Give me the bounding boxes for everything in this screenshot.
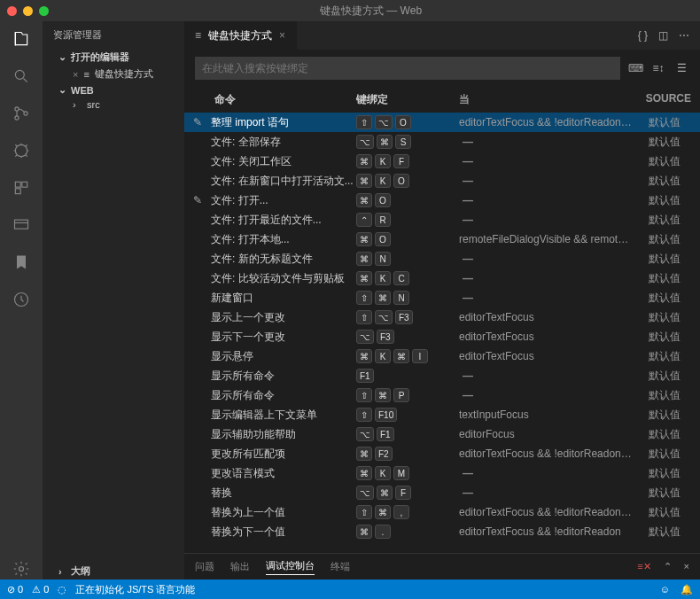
svg-point-10 xyxy=(19,567,24,572)
extensions-icon[interactable] xyxy=(11,177,32,198)
table-row[interactable]: 显示辅助功能帮助⌥F1editorFocus默认值 xyxy=(184,424,700,444)
split-icon[interactable]: ◫ xyxy=(658,29,668,42)
table-row[interactable]: 文件: 打开本地...⌘OremoteFileDialogVisible && … xyxy=(184,229,700,249)
table-row[interactable]: 文件: 比较活动文件与剪贴板⌘KC—默认值 xyxy=(184,268,700,288)
panel-terminal[interactable]: 终端 xyxy=(331,560,350,573)
table-row[interactable]: 文件: 全部保存⌥⌘S—默认值 xyxy=(184,132,700,152)
sort-icon[interactable]: ≡↕ xyxy=(650,62,666,74)
status-errors[interactable]: ⊘ 0 xyxy=(7,584,23,595)
svg-rect-5 xyxy=(15,182,20,187)
keybindings-list[interactable]: ✎整理 import 语句⇧⌥OeditorTextFocus && !edit… xyxy=(184,113,700,553)
when-cell: editorTextFocus && !editorReadon… xyxy=(454,447,649,460)
close-window[interactable] xyxy=(7,6,17,16)
table-row[interactable]: 替换为下一个值⌘.editorTextFocus && !editorReado… xyxy=(184,522,700,541)
table-row[interactable]: 显示悬停⌘K⌘IeditorTextFocus默认值 xyxy=(184,346,700,366)
json-icon[interactable]: { } xyxy=(638,29,648,42)
debug-icon[interactable] xyxy=(11,140,32,161)
when-cell: — xyxy=(454,194,649,206)
timeline-icon[interactable] xyxy=(11,289,32,310)
when-cell: — xyxy=(454,136,649,148)
close-icon[interactable]: × xyxy=(73,69,78,80)
folder-src[interactable]: ›src xyxy=(43,97,184,112)
when-cell: — xyxy=(454,253,649,265)
panel-debug-console[interactable]: 调试控制台 xyxy=(266,559,315,575)
keybinding-cell: ⇧⌥O xyxy=(356,115,454,129)
keybinding-cell: ⇧F10 xyxy=(356,408,454,422)
table-row[interactable]: 文件: 关闭工作区⌘KF—默认值 xyxy=(184,152,700,171)
keybinding-cell: ⌘F2 xyxy=(356,447,454,461)
keybinding-cell: ⌥F1 xyxy=(356,427,454,441)
keybinding-cell: ⇧⌥F3 xyxy=(356,310,454,324)
open-editor-item[interactable]: ×≡键盘快捷方式 xyxy=(43,66,184,82)
edit-icon[interactable]: ✎ xyxy=(193,194,206,206)
chevron-down-icon: ⌄ xyxy=(58,51,67,63)
command-label: 文件: 在新窗口中打开活动文... xyxy=(211,174,354,189)
when-cell: editorTextFocus xyxy=(454,311,649,323)
remote-icon[interactable] xyxy=(11,214,32,236)
bell-icon[interactable]: 🔔 xyxy=(681,584,693,595)
table-row[interactable]: 显示上一个更改⇧⌥F3editorTextFocus默认值 xyxy=(184,307,700,327)
table-row[interactable]: ✎文件: 打开...⌘O—默认值 xyxy=(184,191,700,210)
filter-icon[interactable]: ☰ xyxy=(673,62,689,74)
table-row[interactable]: 更改所有匹配项⌘F2editorTextFocus && !editorRead… xyxy=(184,444,700,463)
command-label: 显示悬停 xyxy=(211,349,253,364)
source-cell: 默认值 xyxy=(649,349,691,364)
close-icon[interactable]: × xyxy=(279,29,285,42)
feedback-icon[interactable]: ☺ xyxy=(660,584,670,595)
table-row[interactable]: 文件: 打开最近的文件...⌃R—默认值 xyxy=(184,210,700,229)
keybinding-cell: ⌥⌘S xyxy=(356,135,454,149)
source-control-icon[interactable] xyxy=(11,103,32,124)
panel-output[interactable]: 输出 xyxy=(230,560,250,573)
more-icon[interactable]: ⋯ xyxy=(679,29,689,42)
explorer-icon[interactable] xyxy=(11,28,32,50)
table-row[interactable]: ✎整理 import 语句⇧⌥OeditorTextFocus && !edit… xyxy=(184,113,700,132)
table-row[interactable]: 文件: 新的无标题文件⌘N—默认值 xyxy=(184,249,700,268)
command-label: 替换为上一个值 xyxy=(211,505,285,520)
settings-icon[interactable] xyxy=(11,558,32,580)
table-row[interactable]: 更改语言模式⌘KM—默认值 xyxy=(184,463,700,483)
window-controls[interactable] xyxy=(7,6,49,16)
maximize-window[interactable] xyxy=(39,6,49,16)
tab-keybindings[interactable]: ≡ 键盘快捷方式 × xyxy=(184,21,297,50)
table-row[interactable]: 文件: 在新窗口中打开活动文...⌘KO—默认值 xyxy=(184,171,700,191)
command-label: 文件: 打开最近的文件... xyxy=(211,213,322,228)
col-keybinding[interactable]: 键绑定 xyxy=(356,92,454,107)
when-cell: — xyxy=(454,370,649,382)
table-row[interactable]: 显示所有命令F1—默认值 xyxy=(184,366,700,385)
source-cell: 默认值 xyxy=(649,505,691,520)
folder-section[interactable]: ⌄WEB xyxy=(43,82,184,97)
when-cell: — xyxy=(454,175,649,187)
keybinding-cell: ⇧⌘, xyxy=(356,505,454,519)
minimize-window[interactable] xyxy=(23,6,33,16)
svg-point-2 xyxy=(15,116,19,120)
bookmark-icon[interactable] xyxy=(11,252,32,273)
clear-icon[interactable]: ≡✕ xyxy=(637,561,650,572)
command-label: 显示所有命令 xyxy=(211,388,275,403)
tab-label: 键盘快捷方式 xyxy=(208,28,272,43)
search-icon[interactable] xyxy=(11,66,32,87)
command-label: 文件: 比较活动文件与剪贴板 xyxy=(211,271,345,286)
panel-close-icon[interactable]: × xyxy=(684,561,689,572)
keybinding-cell: ⇧⌘N xyxy=(356,291,454,305)
table-row[interactable]: 替换为上一个值⇧⌘,editorTextFocus && !editorRead… xyxy=(184,502,700,522)
edit-icon[interactable]: ✎ xyxy=(193,116,206,128)
open-editors-section[interactable]: ⌄打开的编辑器 xyxy=(43,49,184,66)
col-when[interactable]: 当 xyxy=(454,92,646,107)
when-cell: editorTextFocus xyxy=(454,350,649,362)
source-cell: 默认值 xyxy=(649,115,691,130)
panel-problems[interactable]: 问题 xyxy=(195,560,214,573)
outline-section[interactable]: ›大纲 xyxy=(43,563,184,580)
panel-maximize-icon[interactable]: ⌃ xyxy=(664,561,672,572)
table-row[interactable]: 新建窗口⇧⌘N—默认值 xyxy=(184,288,700,307)
keybindings-icon: ≡ xyxy=(195,29,201,42)
record-keys-icon[interactable]: ⌨ xyxy=(627,62,643,74)
table-row[interactable]: 显示编辑器上下文菜单⇧F10textInputFocus默认值 xyxy=(184,405,700,424)
col-command[interactable]: 命令 xyxy=(193,92,356,107)
table-row[interactable]: 显示下一个更改⌥F3editorTextFocus默认值 xyxy=(184,327,700,346)
status-warnings[interactable]: ⚠ 0 xyxy=(32,584,49,595)
col-source[interactable]: SOURCE xyxy=(646,92,691,107)
table-row[interactable]: 替换⌥⌘F—默认值 xyxy=(184,483,700,502)
source-cell: 默认值 xyxy=(649,174,691,189)
search-input[interactable] xyxy=(195,57,620,80)
table-row[interactable]: 显示所有命令⇧⌘P—默认值 xyxy=(184,385,700,405)
